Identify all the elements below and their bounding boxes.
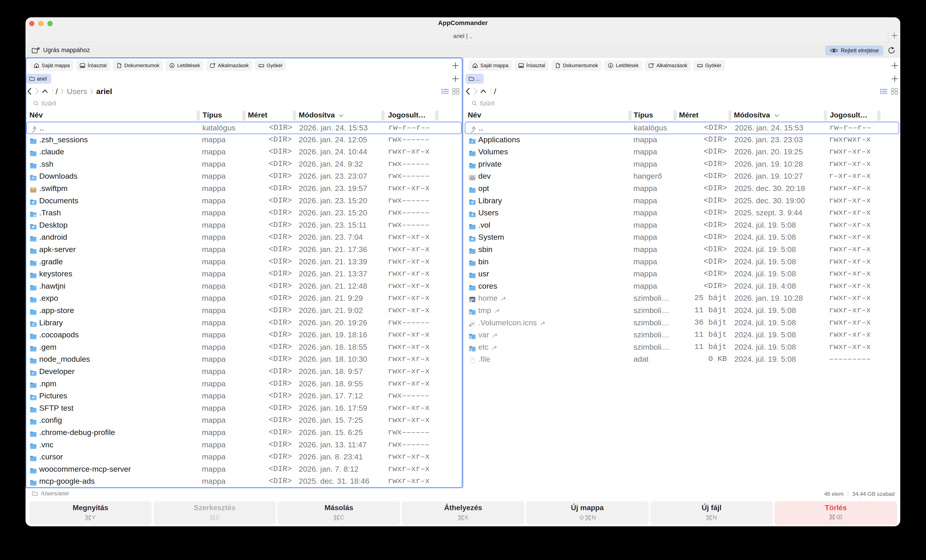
- svg-text:A: A: [471, 140, 474, 143]
